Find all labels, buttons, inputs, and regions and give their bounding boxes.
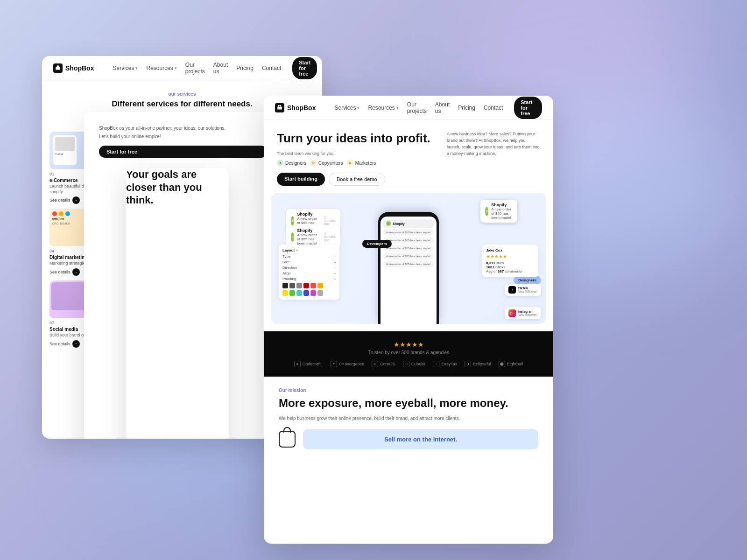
shop-icon xyxy=(279,431,296,448)
trust-section: ★★★★★ Trusted by over 500 brands & agenc… xyxy=(264,331,553,377)
front-nav-projects[interactable]: Our projects xyxy=(407,101,427,114)
trust-text: Trusted by over 500 brands & agencies xyxy=(275,350,542,355)
front-hero-left: Turn your ideas into profit. The best te… xyxy=(277,131,437,186)
designers-label: Designers xyxy=(514,276,541,284)
team-tag-marketers: ★ Marketers xyxy=(347,160,376,166)
shopify-icon-4: S xyxy=(485,207,488,216)
stars-row: ★★★★★ xyxy=(486,254,535,259)
mission-section: Our mission More exposure, more eyeball,… xyxy=(264,377,553,461)
front-hero-buttons: Start building Book a free demo xyxy=(277,173,437,186)
back-nav-about[interactable]: About us xyxy=(213,62,228,75)
shop-icon-container xyxy=(279,431,296,448)
dashboard-area: S Shopify A new order of $55 has been ma… xyxy=(271,193,546,324)
sell-box: Sell more on the internet. xyxy=(303,429,538,449)
copywriters-icon: ✏ xyxy=(310,160,317,166)
back-nav-pricing[interactable]: Pricing xyxy=(236,65,254,71)
team-tag-copywriters: ✏ Copywriters xyxy=(310,160,343,166)
shopify-icon-2: S xyxy=(291,232,294,242)
marketers-icon: ★ xyxy=(347,160,353,166)
team-tags: ✦ Designers ✏ Copywriters ★ Marketers xyxy=(277,160,437,166)
front-hero-right: A new business idea? More sales? Putting… xyxy=(447,131,540,186)
trust-logos: ◈ Codecraft_ ✦ C∘nvergence ◎ CoreOS ⬡ Cu… xyxy=(275,361,542,367)
svg-rect-1 xyxy=(277,106,282,109)
trust-logo-convergence: ✦ C∘nvergence xyxy=(331,361,365,367)
back-nav-projects[interactable]: Our projects xyxy=(185,62,205,75)
svg-rect-0 xyxy=(56,67,60,70)
trust-logo-eightball: ⬤ Eightball xyxy=(499,361,523,367)
trust-logo-cubekit: ⬡ Cubekit xyxy=(403,361,426,367)
front-nav-about[interactable]: About us xyxy=(435,101,450,114)
front-logo: ShopBox xyxy=(275,103,316,112)
shopify-icon-1: S xyxy=(291,216,294,225)
book-demo-button[interactable]: Book a free demo xyxy=(329,173,385,186)
team-tag-designers: ✦ Designers xyxy=(277,160,306,166)
developers-label: Developers xyxy=(362,240,392,248)
back-nav-services[interactable]: Services ▾ xyxy=(113,65,138,71)
back-hero-tagline: Let's build your online empire! xyxy=(99,134,267,139)
front-nav-resources[interactable]: Resources ▾ xyxy=(368,105,398,111)
back-hero-subtitle: ShopBox os your all-in-one partner: your… xyxy=(99,125,267,132)
trust-logo-eclipseful: ◑ Eclipseful xyxy=(465,361,491,367)
color-swatches xyxy=(282,283,336,288)
front-nav-services[interactable]: Services ▾ xyxy=(334,105,359,111)
tiktok-panel: ♪ TikTok New follower! xyxy=(505,284,541,296)
back-hero-cta[interactable]: Start for free xyxy=(99,146,267,158)
front-logo-icon xyxy=(275,103,284,112)
front-nav-items: Services ▾ Resources ▾ Our projects Abou… xyxy=(334,101,503,114)
front-hero-description: A new business idea? More sales? Putting… xyxy=(447,131,540,157)
front-hero-team-label: The best team working for you: xyxy=(277,151,437,156)
front-nav-contact[interactable]: Contact xyxy=(484,105,503,111)
mission-tag: Our mission xyxy=(279,388,538,393)
trust-logo-coreos: ◎ CoreOS xyxy=(372,361,395,367)
front-hero: Turn your ideas into profit. The best te… xyxy=(264,120,553,193)
trust-stars: ★★★★★ xyxy=(275,341,542,348)
back-logo: ShopBox xyxy=(53,63,94,73)
front-navbar: ShopBox Services ▾ Resources ▾ Our proje… xyxy=(264,96,553,120)
front-hero-title: Turn your ideas into profit. xyxy=(277,131,437,146)
trust-logo-easytax: ○ EasyTax xyxy=(433,361,457,367)
notification-4: S Shopify A new order of $55 has been ma… xyxy=(480,200,517,223)
back-logo-icon xyxy=(53,63,63,73)
back-nav-contact[interactable]: Contact xyxy=(262,65,281,71)
mission-title: More exposure, more eyeball, more money. xyxy=(279,397,538,410)
designers-icon: ✦ xyxy=(277,160,283,166)
back-hero-title: Your goals are closer than you think. xyxy=(126,168,229,439)
mission-desc: We help business grow their online prese… xyxy=(279,415,538,422)
front-nav-cta[interactable]: Start for free xyxy=(514,97,542,119)
trust-logo-codecraft: ◈ Codecraft_ xyxy=(294,361,323,367)
back-nav-cta[interactable]: Start for free xyxy=(292,57,317,79)
back-navbar: ShopBox Services ▾ Resources ▾ Our proje… xyxy=(42,56,322,80)
start-building-button[interactable]: Start building xyxy=(277,173,325,186)
layout-panel: Layout ○ Type- Size- Direction- Align- P… xyxy=(279,245,339,300)
back-hero-left: Your goals are closer than you think. Sh… xyxy=(99,125,267,439)
back-nav-items: Services ▾ Resources ▾ Our projects Abou… xyxy=(113,62,281,75)
back-nav-resources[interactable]: Resources ▾ xyxy=(146,65,176,71)
instagram-panel: ▷ Instagram New follower! xyxy=(505,307,541,319)
front-nav-pricing[interactable]: Pricing xyxy=(458,105,475,111)
front-card: ShopBox Services ▾ Resources ▾ Our proje… xyxy=(264,96,553,544)
social-panel: Jake Cox ★★★★★ 8,311 likes 1681 Clicks A… xyxy=(482,245,538,277)
center-phone: Shopify A new order of $55 has been made… xyxy=(378,212,439,324)
